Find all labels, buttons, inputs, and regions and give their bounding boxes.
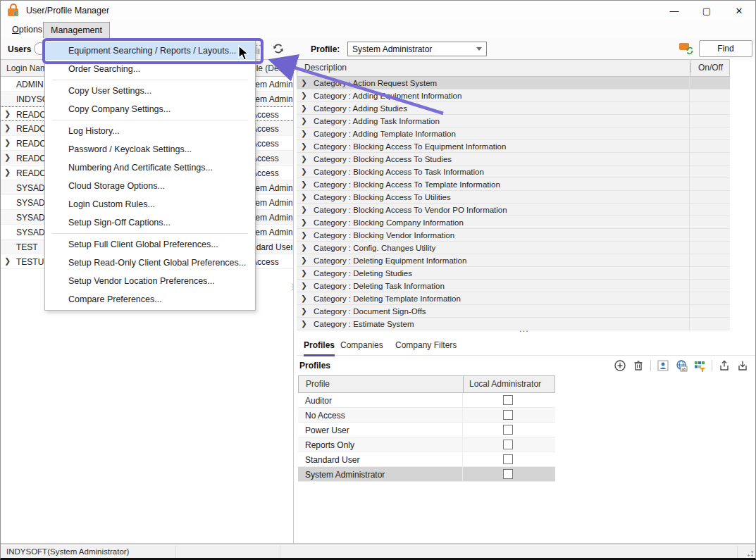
profile-row[interactable]: System Administrator bbox=[298, 467, 555, 482]
category-row[interactable]: ❯Category : Blocking Access To Vendor PO… bbox=[297, 204, 730, 216]
category-row[interactable]: ❯Category : Action Request System bbox=[297, 77, 730, 89]
expand-chevron-icon[interactable]: ❯ bbox=[301, 294, 307, 302]
menu-item[interactable]: Copy Company Settings... bbox=[45, 100, 255, 118]
category-row[interactable]: ❯Category : Deleting Studies bbox=[297, 267, 730, 280]
category-row[interactable]: ❯Category : Adding Task Information bbox=[297, 115, 730, 127]
expand-chevron-icon[interactable]: ❯ bbox=[4, 153, 11, 162]
expand-chevron-icon[interactable]: ❯ bbox=[4, 138, 11, 147]
local-administrator-checkbox[interactable] bbox=[503, 469, 513, 479]
menu-item[interactable]: Setup Vendor Location Preferences... bbox=[45, 272, 255, 290]
category-row[interactable]: ❯Category : Deleting Task Information bbox=[297, 280, 730, 292]
local-administrator-checkbox[interactable] bbox=[503, 425, 513, 435]
category-row[interactable]: ❯Category : Adding Template Information bbox=[297, 127, 730, 140]
category-row[interactable]: ❯Category : Blocking Access To Template … bbox=[297, 178, 730, 191]
add-profile-icon[interactable] bbox=[614, 359, 626, 372]
list-overflow-grip[interactable]: ... bbox=[519, 323, 529, 334]
find-button[interactable]: Find bbox=[699, 40, 752, 57]
menu-item[interactable]: Setup Full Client Global Preferences... bbox=[45, 235, 255, 254]
profile-row[interactable]: Reports Only bbox=[298, 437, 555, 452]
category-row[interactable]: ❯Category : Blocking Access To Utilities bbox=[297, 191, 730, 204]
refresh-icon[interactable] bbox=[272, 42, 285, 55]
category-row[interactable]: ❯Category : Blocking Vendor Information bbox=[297, 229, 730, 242]
menu-management[interactable]: Management bbox=[43, 22, 110, 38]
expand-chevron-icon[interactable]: ❯ bbox=[301, 218, 307, 226]
category-row[interactable]: ❯Category : Config. Changes Utility bbox=[297, 242, 730, 254]
category-row[interactable]: ❯Category : Blocking Access To Task Info… bbox=[297, 166, 730, 178]
menu-item[interactable]: Login Custom Rules... bbox=[45, 195, 255, 213]
expand-chevron-icon[interactable]: ❯ bbox=[4, 123, 11, 132]
expand-chevron-icon[interactable]: ❯ bbox=[301, 180, 307, 188]
expand-chevron-icon[interactable]: ❯ bbox=[301, 154, 307, 163]
category-row[interactable]: ❯Category : Deleting Template Informatio… bbox=[297, 292, 730, 305]
export-icon[interactable] bbox=[718, 359, 731, 372]
splitter-handle[interactable]: ⋮ bbox=[290, 285, 294, 297]
description-column-header[interactable]: Description bbox=[304, 63, 347, 73]
menu-separator bbox=[52, 233, 248, 234]
category-row[interactable]: ❯Category : Blocking Access To Studies bbox=[297, 153, 730, 166]
local-administrator-checkbox[interactable] bbox=[503, 440, 513, 449]
expand-chevron-icon[interactable]: ❯ bbox=[4, 168, 11, 177]
app-lock-icon: c bbox=[7, 4, 21, 18]
expand-chevron-icon[interactable]: ❯ bbox=[301, 78, 307, 87]
global-layout-icon[interactable]: ab bbox=[675, 359, 688, 372]
expand-chevron-icon[interactable]: ❯ bbox=[301, 91, 307, 99]
local-administrator-column-header[interactable]: Local Administrator bbox=[469, 379, 541, 389]
profile-row[interactable]: No Access bbox=[298, 408, 555, 423]
expand-chevron-icon[interactable]: ❯ bbox=[4, 256, 11, 266]
menu-item[interactable]: Password / Keycloak Settings... bbox=[45, 140, 255, 158]
resize-grip[interactable] bbox=[745, 548, 754, 557]
category-row[interactable]: ❯Category : Document Sign-Offs bbox=[297, 305, 730, 318]
profile-row[interactable]: Auditor bbox=[298, 393, 555, 408]
local-administrator-checkbox[interactable] bbox=[503, 395, 513, 405]
expand-chevron-icon[interactable]: ❯ bbox=[301, 142, 307, 150]
expand-chevron-icon[interactable]: ❯ bbox=[301, 205, 307, 213]
profile-row[interactable]: Standard User bbox=[298, 452, 555, 467]
menu-item[interactable]: Copy User Settings... bbox=[45, 82, 255, 100]
category-row[interactable]: ❯Category : Adding Studies bbox=[297, 102, 730, 115]
profile-dropdown[interactable]: System Administrator bbox=[347, 42, 487, 56]
category-row[interactable]: ❯Category : Blocking Access To Equipment… bbox=[297, 140, 730, 153]
expand-chevron-icon[interactable]: ❯ bbox=[301, 116, 307, 125]
menu-item[interactable]: Cloud Storage Options... bbox=[45, 177, 255, 195]
expand-chevron-icon[interactable]: ❯ bbox=[301, 230, 307, 239]
profile-row[interactable]: Power User bbox=[298, 423, 555, 437]
expand-chevron-icon[interactable]: ❯ bbox=[4, 109, 11, 118]
tab-profiles[interactable]: Profiles bbox=[304, 340, 335, 356]
expand-chevron-icon[interactable]: ❯ bbox=[301, 104, 307, 112]
import-icon[interactable] bbox=[736, 359, 749, 372]
maximize-button[interactable]: ▢ bbox=[690, 1, 723, 20]
tab-company-filters[interactable]: Company Filters bbox=[395, 340, 457, 354]
category-row[interactable]: ❯Category : Adding Equipment Information bbox=[297, 89, 730, 102]
expand-chevron-icon[interactable]: ❯ bbox=[301, 129, 307, 137]
category-row[interactable]: ❯Category : Deleting Equipment Informati… bbox=[297, 254, 730, 267]
user-layout-icon[interactable] bbox=[657, 359, 669, 372]
expand-chevron-icon[interactable]: ❯ bbox=[301, 306, 307, 315]
close-button[interactable]: ✕ bbox=[723, 1, 755, 20]
menu-item[interactable]: Setup Sign-Off Captions... bbox=[45, 213, 255, 232]
column-filter-icon[interactable] bbox=[693, 359, 706, 372]
category-description-cell: Category : Blocking Access To Template I… bbox=[314, 180, 500, 189]
profile-column-header[interactable]: Profile bbox=[306, 379, 330, 389]
category-row[interactable]: ❯Category : Blocking Company Information bbox=[297, 216, 730, 229]
delete-profile-icon[interactable] bbox=[632, 359, 645, 372]
menu-item[interactable]: Compare Preferences... bbox=[45, 290, 255, 309]
menu-item[interactable]: Log History... bbox=[45, 122, 255, 140]
tab-companies[interactable]: Companies bbox=[340, 340, 383, 354]
menu-item[interactable]: Order Searching... bbox=[45, 60, 255, 78]
onoff-column-header[interactable]: On/Off bbox=[690, 63, 730, 73]
local-administrator-checkbox[interactable] bbox=[503, 410, 513, 420]
expand-chevron-icon[interactable]: ❯ bbox=[301, 256, 307, 264]
expand-chevron-icon[interactable]: ❯ bbox=[301, 192, 307, 201]
local-administrator-checkbox[interactable] bbox=[503, 454, 513, 464]
sync-profile-icon[interactable] bbox=[679, 42, 695, 55]
menu-item[interactable]: Numbering And Certificate Settings... bbox=[45, 158, 255, 177]
minimize-button[interactable]: — bbox=[658, 1, 690, 20]
expand-chevron-icon[interactable]: ❯ bbox=[301, 281, 307, 290]
category-row[interactable]: ❯Category : Estimate System bbox=[297, 318, 730, 330]
expand-chevron-icon[interactable]: ❯ bbox=[301, 319, 307, 328]
menu-item[interactable]: Equipment Searching / Reports / Layouts.… bbox=[45, 42, 255, 60]
menu-item[interactable]: Setup Read-Only Client Global Preference… bbox=[45, 254, 255, 272]
expand-chevron-icon[interactable]: ❯ bbox=[301, 268, 307, 277]
expand-chevron-icon[interactable]: ❯ bbox=[301, 167, 307, 175]
expand-chevron-icon[interactable]: ❯ bbox=[301, 243, 307, 251]
